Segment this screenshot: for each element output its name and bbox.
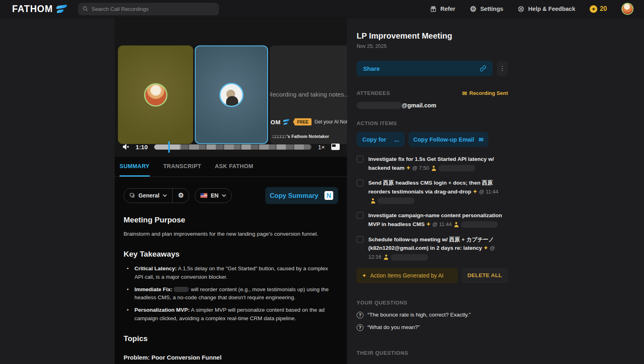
person-icon (370, 198, 376, 204)
template-dropdown[interactable]: General (124, 189, 172, 203)
redacted-attendee-name (357, 102, 402, 109)
delete-all-button[interactable]: DELETE ALL (461, 268, 508, 283)
current-time: 1:10 (136, 144, 148, 150)
purpose-heading: Meeting Purpose (124, 216, 338, 224)
envelope-icon: ✉ (479, 137, 483, 142)
refer-button[interactable]: Refer (430, 6, 455, 12)
top-nav: FATHOM Refer ⚙ Settings Help & Feedback … (0, 0, 644, 18)
assignee[interactable] (384, 254, 428, 261)
meeting-sidebar: LP Improvement Meeting Nov 25, 2025 Shar… (357, 18, 508, 364)
help-feedback-button[interactable]: Help & Feedback (518, 6, 575, 12)
question-icon: ? (357, 312, 363, 319)
action-item-checkbox[interactable] (357, 212, 363, 219)
action-item-checkbox[interactable] (357, 236, 363, 243)
fathom-logo-icon (56, 5, 68, 13)
language-dropdown[interactable]: EN (195, 189, 231, 203)
kebab-icon: ⋮ (500, 65, 506, 72)
language-selector: EN (195, 188, 231, 203)
main-content: Recording and taking notes... OM FREE Ge… (115, 18, 347, 364)
credits-badge[interactable]: ★ 20 (590, 5, 607, 13)
copy-summary-button[interactable]: Copy Summary N (265, 187, 338, 204)
redacted-name (173, 287, 189, 292)
template-label: General (138, 192, 159, 199)
copy-for-button[interactable]: Copy for ... (357, 132, 405, 147)
notetaker-tile[interactable]: Recording and taking notes... OM FREE Ge… (270, 45, 347, 144)
tab-ask-fathom[interactable]: ASK FATHOM (215, 157, 254, 177)
attendee-row: @gmail.com (357, 102, 508, 109)
more-options-button[interactable]: ⋮ (497, 61, 508, 76)
participant-tile-2-active[interactable] (195, 45, 268, 144)
star-coin-icon: ★ (590, 5, 597, 13)
your-questions-heading: YOUR QUESTIONS (357, 300, 407, 306)
assignee[interactable] (454, 221, 498, 228)
copy-for-ellipsis: ... (394, 136, 399, 143)
question-row[interactable]: ? “What do you mean?” (357, 324, 508, 331)
recording-sent-badge[interactable]: ✉ Recording Sent (462, 90, 508, 96)
notetaker-brand-row: OM FREE Get your AI Notetaker at fat (270, 118, 347, 125)
gear-icon: ⚙ (470, 5, 477, 13)
notetaker-promo-text: Get your AI Notetaker at fat (314, 119, 347, 125)
credit-count: 20 (600, 5, 607, 12)
playback-speed[interactable]: 1× (318, 144, 325, 150)
fathom-mini-logo-icon (283, 119, 290, 125)
sparkle-icon: ✦ (426, 221, 431, 227)
action-item-checkbox[interactable] (357, 179, 363, 186)
language-label: EN (211, 192, 218, 199)
chevron-down-icon (222, 194, 226, 197)
summary-toolbar: General ⚙ EN Copy Summary N (124, 187, 338, 204)
settings-button[interactable]: ⚙ Settings (470, 5, 503, 13)
action-item-checkbox[interactable] (357, 156, 363, 162)
participant-tile-1[interactable] (118, 45, 193, 144)
search-input[interactable] (91, 6, 215, 12)
lifebuoy-icon (518, 6, 524, 12)
redacted-assignee (391, 254, 428, 261)
fathom-logo[interactable]: FATHOM (12, 4, 68, 14)
summary-settings-button[interactable]: ⚙ (173, 189, 189, 203)
question-row[interactable]: ? “The bounce rate is high, correct? Exa… (357, 312, 508, 319)
link-icon (480, 65, 486, 72)
notetaker-owner-name: □□□□□ (272, 134, 286, 139)
their-questions-heading: THEIR QUESTIONS (357, 350, 408, 356)
user-avatar[interactable] (621, 3, 634, 15)
assignee[interactable] (370, 197, 415, 204)
tab-transcript[interactable]: TRANSCRIPT (163, 157, 201, 177)
takeaways-list: Critical Latency: A 1.5s delay on the "G… (124, 265, 338, 323)
action-item-row: Schedule follow-up meeting w/ 西原 + カプチーノ… (357, 235, 508, 261)
search-bar[interactable] (78, 3, 219, 15)
mute-icon[interactable] (122, 143, 130, 150)
action-item-row: Investigate fix for 1.5s Get Started API… (357, 155, 508, 172)
copy-followup-email-button[interactable]: Copy Follow-up Email ✉ (409, 132, 488, 147)
question-icon: ? (357, 324, 363, 331)
redacted-assignee (378, 197, 415, 204)
share-label: Share (363, 65, 380, 72)
notetaker-status: Recording and taking notes... (270, 91, 347, 98)
fathom-brand-fragment: OM (270, 119, 281, 125)
takeaway-item: Critical Latency: A 1.5s delay on the "G… (124, 265, 337, 281)
ai-generated-button[interactable]: ✦ Action Items Generated by AI (357, 268, 458, 283)
redacted-assignee (461, 221, 498, 228)
person-icon (431, 166, 436, 171)
fathom-wordmark: FATHOM (12, 4, 53, 14)
settings-label: Settings (480, 6, 503, 12)
pip-icon[interactable] (331, 144, 340, 150)
gear-icon: ⚙ (178, 192, 184, 199)
assignee[interactable] (431, 165, 475, 171)
envelope-check-icon: ✉ (462, 90, 467, 96)
action-item-row: Send 西原 headless CMS login + docs; then … (357, 179, 508, 205)
topics-heading: Topics (124, 334, 338, 343)
summary-content: Meeting Purpose Brainstorm and plan impr… (115, 216, 347, 364)
chevron-down-icon (163, 194, 167, 197)
share-button[interactable]: Share (357, 61, 493, 76)
video-tiles: Recording and taking notes... OM FREE Ge… (118, 45, 347, 144)
seek-bar[interactable] (154, 144, 312, 150)
us-flag-icon (200, 193, 207, 198)
playhead-handle[interactable] (168, 141, 170, 153)
video-player[interactable]: Recording and taking notes... OM FREE Ge… (115, 18, 347, 157)
refer-label: Refer (440, 6, 455, 12)
participant-1-avatar (144, 83, 167, 107)
person-icon (384, 255, 389, 260)
action-items-heading: ACTION ITEMS (357, 120, 397, 126)
free-badge: FREE (293, 118, 312, 125)
notetaker-label: 's Fathom Notetaker (287, 134, 329, 139)
tab-summary[interactable]: SUMMARY (120, 157, 150, 177)
